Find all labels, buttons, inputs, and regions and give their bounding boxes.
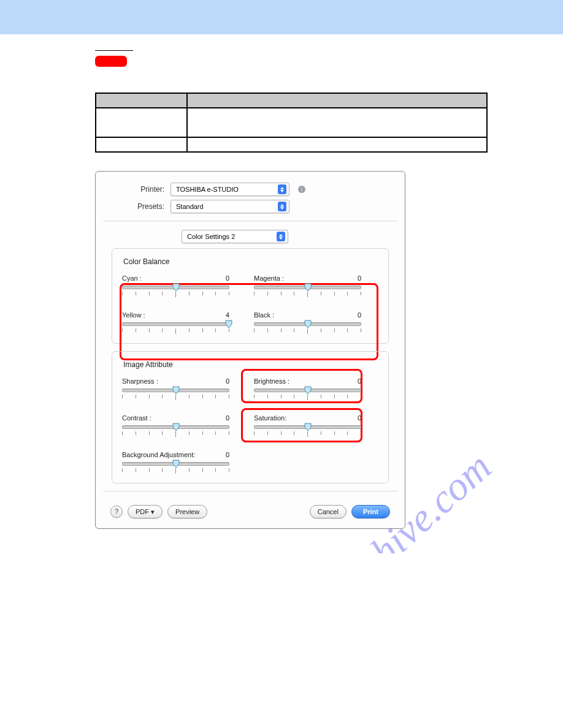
divider	[103, 491, 397, 491]
printer-label: Printer:	[140, 185, 164, 194]
section-rule	[95, 50, 133, 51]
slider-value: 0	[358, 414, 361, 422]
header-banner	[0, 0, 563, 34]
slider-track[interactable]	[122, 286, 229, 289]
slider-track[interactable]	[122, 425, 229, 429]
slider-yellow[interactable]: Yellow :4	[122, 311, 229, 333]
badge	[95, 56, 127, 67]
slider-value: 0	[226, 451, 229, 458]
slider-thumb[interactable]	[224, 320, 233, 328]
chevron-updown-icon	[278, 184, 286, 194]
slider-magenta[interactable]: Magenta :0	[254, 275, 361, 297]
slider-label: Magenta :	[254, 275, 284, 282]
slider-value: 0	[358, 377, 361, 385]
slider-value: 0	[226, 377, 229, 385]
slider-value: 0	[226, 275, 229, 282]
slider-thumb[interactable]	[172, 423, 180, 431]
slider-label: Contrast :	[122, 414, 151, 422]
pane-select[interactable]: Color Settings 2	[182, 230, 288, 243]
slider-cyan[interactable]: Cyan :0	[122, 275, 229, 297]
slider-label: Sharpness :	[122, 377, 158, 385]
presets-value: Standard	[176, 203, 204, 210]
slider-background[interactable]: Background Adjustment:0	[122, 451, 229, 473]
slider-label: Saturation:	[254, 414, 286, 422]
slider-value: 0	[226, 414, 229, 422]
color-balance-title: Color Balance	[123, 257, 378, 266]
preview-button[interactable]: Preview	[167, 505, 207, 518]
presets-select[interactable]: Standard	[170, 200, 289, 213]
pdf-button[interactable]: PDF ▾	[128, 505, 163, 518]
slider-thumb[interactable]	[172, 386, 180, 395]
slider-label: Brightness :	[254, 377, 289, 385]
print-dialog: Printer: TOSHIBA e-STUDIO i Presets: Sta…	[95, 171, 405, 529]
slider-thumb[interactable]	[172, 283, 180, 292]
slider-value: 4	[226, 311, 229, 319]
slider-thumb[interactable]	[304, 283, 312, 292]
image-attribute-group: Image Attribute Sharpness :0Brightness :…	[112, 351, 389, 483]
chevron-updown-icon	[278, 202, 286, 211]
slider-track[interactable]	[254, 389, 361, 392]
help-button[interactable]: ?	[110, 506, 123, 518]
slider-thumb[interactable]	[304, 423, 312, 431]
slider-saturation[interactable]: Saturation:0	[254, 414, 361, 436]
slider-label: Yellow :	[122, 311, 145, 319]
slider-value: 0	[358, 275, 361, 282]
slider-black[interactable]: Black :0	[254, 311, 361, 333]
slider-track[interactable]	[122, 462, 229, 466]
slider-thumb[interactable]	[304, 386, 312, 395]
cancel-button[interactable]: Cancel	[310, 505, 347, 518]
slider-thumb[interactable]	[304, 320, 312, 328]
pane-value: Color Settings 2	[187, 233, 235, 240]
slider-sharpness[interactable]: Sharpness :0	[122, 377, 229, 400]
slider-track[interactable]	[254, 286, 361, 289]
slider-label: Black :	[254, 311, 274, 319]
chevron-updown-icon	[277, 232, 285, 241]
slider-label: Cyan :	[122, 275, 142, 282]
slider-track[interactable]	[122, 322, 229, 326]
slider-thumb[interactable]	[172, 460, 180, 468]
slider-track[interactable]	[254, 322, 361, 326]
info-icon[interactable]: i	[298, 186, 305, 193]
slider-label: Background Adjustment:	[122, 451, 195, 458]
printer-select[interactable]: TOSHIBA e-STUDIO	[170, 183, 289, 196]
color-balance-group: Color Balance Cyan :0Magenta :0Yellow :4…	[112, 248, 389, 344]
slider-contrast[interactable]: Contrast :0	[122, 414, 229, 436]
settings-table	[95, 93, 488, 153]
image-attribute-title: Image Attribute	[123, 360, 378, 369]
slider-value: 0	[358, 311, 361, 319]
slider-track[interactable]	[254, 425, 361, 429]
presets-label: Presets:	[137, 202, 164, 211]
printer-value: TOSHIBA e-STUDIO	[176, 186, 239, 193]
print-button[interactable]: Print	[351, 505, 390, 518]
slider-track[interactable]	[122, 389, 229, 392]
divider	[103, 221, 397, 221]
slider-brightness[interactable]: Brightness :0	[254, 377, 361, 400]
